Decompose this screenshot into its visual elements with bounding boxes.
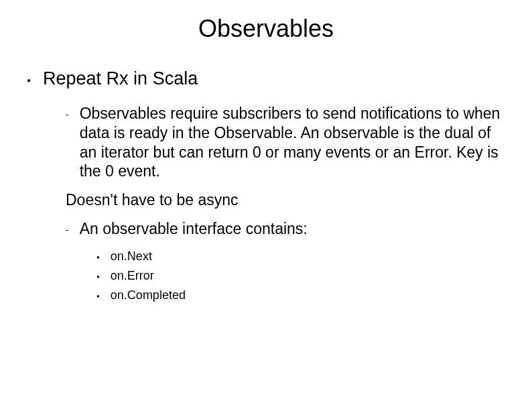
level2-container: -- Observables require subscribers to se… [27,104,505,239]
disc-bullet-icon: ● [27,76,31,84]
disc-bullet-icon: ● [96,293,100,299]
level3-container: ● on.Next ● on.Error ● on.Completed [27,249,505,302]
bullet-level3: ● on.Completed [96,288,505,302]
level3-text: on.Error [111,269,154,283]
bullet-level1: ● Repeat Rx in Scala [27,68,505,89]
bullet-level3: ● on.Error [96,269,505,283]
bullet-level2: -- Observables require subscribers to se… [66,104,505,181]
level2-text: Observables require subscribers to send … [80,104,505,181]
dash-bullet-icon: -- [66,226,68,233]
disc-bullet-icon: ● [96,274,100,280]
bullet-level2: -- An observable interface contains: [66,219,505,239]
level3-text: on.Next [111,249,152,264]
level2-plain-text: Doesn't have to be async [66,190,505,210]
disc-bullet-icon: ● [96,254,100,260]
dash-bullet-icon: -- [66,111,68,118]
slide-title: Observables [0,0,532,50]
level2-text: An observable interface contains: [80,219,308,239]
bullet-level3: ● on.Next [96,249,505,264]
level3-text: on.Completed [111,288,186,302]
slide-content: ● Repeat Rx in Scala -- Observables requ… [0,50,532,302]
level1-heading: Repeat Rx in Scala [43,68,198,89]
